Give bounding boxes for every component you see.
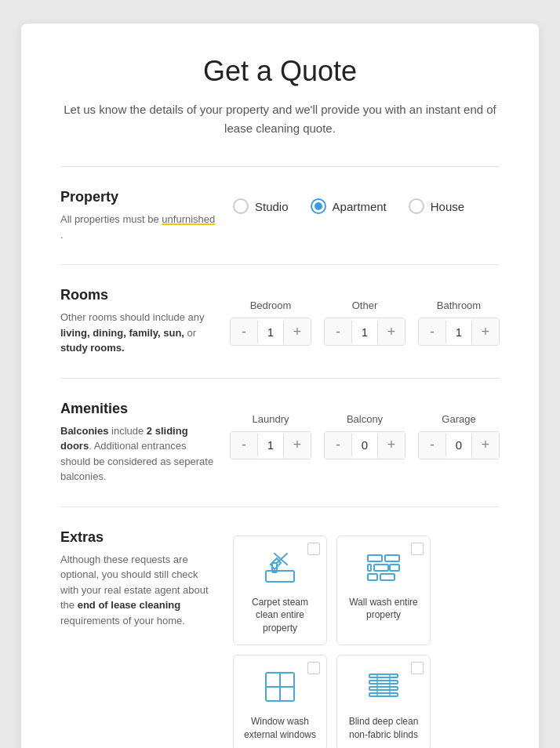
bathroom-controls: - 1 + (418, 318, 500, 346)
window-icon (258, 665, 302, 709)
extra-carpet[interactable]: Carpet steam clean entire property (233, 536, 327, 645)
svg-rect-6 (385, 555, 399, 561)
svg-rect-15 (369, 674, 398, 677)
bedroom-minus-button[interactable]: - (231, 318, 257, 345)
rooms-desc: Other rooms should include any living, d… (60, 310, 214, 356)
amenities-desc: Balconies include 2 sliding doors. Addit… (60, 423, 214, 485)
other-controls: - 1 + (324, 318, 405, 346)
laundry-plus-button[interactable]: + (284, 432, 311, 459)
svg-rect-18 (369, 693, 398, 696)
extras-section: Extras Although these requests are optio… (60, 507, 500, 749)
garage-controls: - 0 + (418, 431, 500, 459)
bathroom-label: Bathroom (437, 300, 481, 311)
garage-value: 0 (445, 434, 472, 456)
extras-section-left: Extras Although these requests are optio… (60, 529, 217, 749)
garage-label: Garage (442, 413, 475, 425)
bedroom-label: Bedroom (250, 300, 292, 311)
svg-rect-7 (374, 565, 388, 571)
carpet-checkbox[interactable] (307, 543, 320, 555)
svg-rect-8 (368, 574, 377, 580)
svg-rect-0 (266, 571, 294, 582)
garage-minus-button[interactable]: - (419, 432, 445, 459)
extras-cards: Carpet steam clean entire property (233, 529, 500, 749)
laundry-counter: Laundry - 1 + (230, 413, 311, 459)
wall-label: Wall wash entire property (345, 596, 422, 623)
balcony-label: Balcony (347, 413, 383, 425)
radio-studio-label: Studio (255, 200, 289, 213)
bathroom-plus-button[interactable]: + (472, 318, 499, 345)
extras-grid: Carpet steam clean entire property (233, 536, 500, 749)
radio-apartment-label: Apartment (333, 200, 387, 213)
wall-icon (362, 546, 405, 590)
property-radio-row: Studio Apartment House (233, 198, 500, 214)
radio-house[interactable]: House (409, 198, 464, 214)
balcony-controls: - 0 + (324, 431, 405, 459)
svg-rect-17 (369, 687, 398, 690)
window-checkbox[interactable] (307, 662, 320, 674)
radio-circle-house (409, 198, 424, 214)
blinds-checkbox[interactable] (411, 662, 424, 674)
rooms-counters: Bedroom - 1 + Other - 1 + Ba (230, 287, 500, 356)
other-minus-button[interactable]: - (325, 318, 351, 345)
bathroom-minus-button[interactable]: - (419, 318, 445, 345)
bedroom-plus-button[interactable]: + (284, 318, 311, 345)
svg-rect-11 (368, 565, 371, 571)
laundry-value: 1 (257, 434, 284, 456)
radio-house-label: House (431, 200, 464, 213)
bedroom-counter: Bedroom - 1 + (230, 300, 311, 346)
balcony-plus-button[interactable]: + (378, 432, 405, 459)
svg-rect-16 (369, 681, 398, 684)
property-section: Property All properties must be unfurnis… (60, 166, 500, 264)
garage-plus-button[interactable]: + (472, 432, 499, 459)
carpet-label: Carpet steam clean entire property (242, 596, 318, 635)
blinds-icon (362, 665, 405, 709)
property-desc: All properties must be unfurnished . (60, 212, 217, 242)
main-card: Get a Quote Let us know the details of y… (21, 24, 539, 748)
amenities-counter-group: Laundry - 1 + Balcony - 0 + (230, 413, 500, 459)
amenities-title: Amenities (60, 401, 214, 417)
page-subtitle: Let us know the details of your property… (60, 100, 500, 138)
bedroom-value: 1 (257, 321, 284, 343)
laundry-label: Laundry (253, 413, 289, 425)
property-section-left: Property All properties must be unfurnis… (60, 189, 217, 242)
garage-counter: Garage - 0 + (418, 413, 500, 459)
property-options: Studio Apartment House (233, 189, 500, 242)
laundry-minus-button[interactable]: - (231, 432, 257, 459)
property-unfurnished: unfurnished (162, 213, 215, 225)
extra-window[interactable]: Window wash external windows (233, 655, 327, 748)
property-title: Property (60, 189, 217, 205)
rooms-title: Rooms (60, 287, 214, 303)
carpet-icon (258, 546, 302, 590)
page-title: Get a Quote (60, 55, 500, 88)
extra-blinds[interactable]: Blind deep clean non-fabric blinds (336, 655, 431, 748)
amenities-counters: Laundry - 1 + Balcony - 0 + (230, 401, 500, 485)
window-label: Window wash external windows (242, 715, 318, 742)
bedroom-controls: - 1 + (230, 318, 311, 346)
rooms-section-left: Rooms Other rooms should include any liv… (60, 287, 214, 356)
bathroom-value: 1 (445, 321, 472, 343)
bathroom-counter: Bathroom - 1 + (418, 300, 500, 346)
balcony-counter: Balcony - 0 + (324, 413, 405, 459)
rooms-counter-group: Bedroom - 1 + Other - 1 + Ba (230, 300, 500, 346)
laundry-controls: - 1 + (230, 431, 311, 459)
extras-title: Extras (60, 529, 217, 546)
other-counter: Other - 1 + (324, 300, 405, 346)
amenities-section-left: Amenities Balconies include 2 sliding do… (60, 401, 214, 485)
wall-checkbox[interactable] (411, 543, 424, 555)
other-value: 1 (351, 321, 378, 343)
radio-circle-studio (233, 198, 249, 214)
svg-rect-10 (390, 565, 399, 571)
balcony-minus-button[interactable]: - (325, 432, 351, 459)
other-plus-button[interactable]: + (378, 318, 405, 345)
rooms-section: Rooms Other rooms should include any liv… (60, 264, 500, 378)
svg-rect-9 (380, 574, 395, 580)
blinds-label: Blind deep clean non-fabric blinds (345, 715, 422, 742)
amenities-section: Amenities Balconies include 2 sliding do… (60, 378, 500, 507)
radio-apartment[interactable]: Apartment (311, 198, 387, 214)
property-desc-text: All properties must be (60, 213, 162, 225)
radio-studio[interactable]: Studio (233, 198, 289, 214)
balcony-value: 0 (351, 434, 378, 456)
other-label: Other (352, 300, 378, 311)
extras-desc: Although these requests are optional, yo… (60, 552, 217, 629)
extra-wall[interactable]: Wall wash entire property (336, 536, 431, 645)
